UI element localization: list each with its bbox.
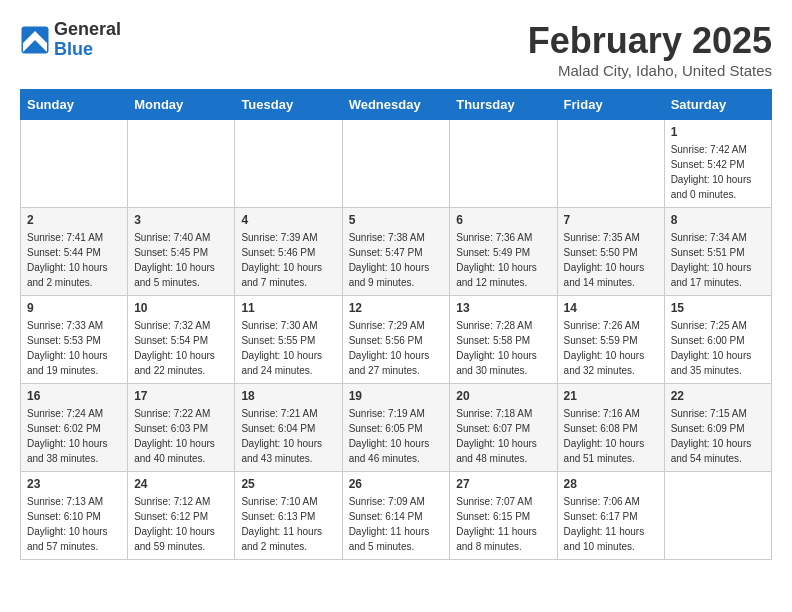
day-number: 4 [241,213,335,227]
calendar-week-row: 1Sunrise: 7:42 AM Sunset: 5:42 PM Daylig… [21,120,772,208]
logo: General Blue [20,20,121,60]
day-info: Sunrise: 7:39 AM Sunset: 5:46 PM Dayligh… [241,230,335,290]
calendar-header-row: SundayMondayTuesdayWednesdayThursdayFrid… [21,90,772,120]
day-number: 28 [564,477,658,491]
calendar-day-cell: 18Sunrise: 7:21 AM Sunset: 6:04 PM Dayli… [235,384,342,472]
day-info: Sunrise: 7:15 AM Sunset: 6:09 PM Dayligh… [671,406,765,466]
calendar-day-cell: 9Sunrise: 7:33 AM Sunset: 5:53 PM Daylig… [21,296,128,384]
logo-general: General [54,20,121,40]
day-info: Sunrise: 7:41 AM Sunset: 5:44 PM Dayligh… [27,230,121,290]
calendar-week-row: 16Sunrise: 7:24 AM Sunset: 6:02 PM Dayli… [21,384,772,472]
calendar-day-cell: 21Sunrise: 7:16 AM Sunset: 6:08 PM Dayli… [557,384,664,472]
day-number: 3 [134,213,228,227]
calendar-day-cell: 24Sunrise: 7:12 AM Sunset: 6:12 PM Dayli… [128,472,235,560]
day-number: 16 [27,389,121,403]
calendar-day-cell [128,120,235,208]
day-number: 18 [241,389,335,403]
day-info: Sunrise: 7:10 AM Sunset: 6:13 PM Dayligh… [241,494,335,554]
day-info: Sunrise: 7:25 AM Sunset: 6:00 PM Dayligh… [671,318,765,378]
calendar-day-cell [235,120,342,208]
day-number: 12 [349,301,444,315]
calendar-day-cell: 12Sunrise: 7:29 AM Sunset: 5:56 PM Dayli… [342,296,450,384]
day-number: 17 [134,389,228,403]
day-info: Sunrise: 7:36 AM Sunset: 5:49 PM Dayligh… [456,230,550,290]
calendar-day-cell [342,120,450,208]
day-info: Sunrise: 7:38 AM Sunset: 5:47 PM Dayligh… [349,230,444,290]
day-number: 25 [241,477,335,491]
day-info: Sunrise: 7:24 AM Sunset: 6:02 PM Dayligh… [27,406,121,466]
day-info: Sunrise: 7:42 AM Sunset: 5:42 PM Dayligh… [671,142,765,202]
weekday-header-wednesday: Wednesday [342,90,450,120]
day-info: Sunrise: 7:34 AM Sunset: 5:51 PM Dayligh… [671,230,765,290]
calendar-day-cell: 10Sunrise: 7:32 AM Sunset: 5:54 PM Dayli… [128,296,235,384]
page-header: General Blue February 2025 Malad City, I… [20,20,772,79]
calendar-day-cell: 23Sunrise: 7:13 AM Sunset: 6:10 PM Dayli… [21,472,128,560]
calendar-day-cell: 11Sunrise: 7:30 AM Sunset: 5:55 PM Dayli… [235,296,342,384]
day-info: Sunrise: 7:30 AM Sunset: 5:55 PM Dayligh… [241,318,335,378]
day-number: 2 [27,213,121,227]
weekday-header-friday: Friday [557,90,664,120]
day-number: 5 [349,213,444,227]
calendar-day-cell: 15Sunrise: 7:25 AM Sunset: 6:00 PM Dayli… [664,296,771,384]
day-number: 1 [671,125,765,139]
day-info: Sunrise: 7:26 AM Sunset: 5:59 PM Dayligh… [564,318,658,378]
day-info: Sunrise: 7:09 AM Sunset: 6:14 PM Dayligh… [349,494,444,554]
month-title: February 2025 [528,20,772,62]
day-info: Sunrise: 7:07 AM Sunset: 6:15 PM Dayligh… [456,494,550,554]
weekday-header-monday: Monday [128,90,235,120]
calendar-day-cell: 6Sunrise: 7:36 AM Sunset: 5:49 PM Daylig… [450,208,557,296]
calendar-table: SundayMondayTuesdayWednesdayThursdayFrid… [20,89,772,560]
day-number: 20 [456,389,550,403]
day-info: Sunrise: 7:29 AM Sunset: 5:56 PM Dayligh… [349,318,444,378]
calendar-day-cell: 27Sunrise: 7:07 AM Sunset: 6:15 PM Dayli… [450,472,557,560]
calendar-day-cell [557,120,664,208]
day-number: 14 [564,301,658,315]
day-number: 22 [671,389,765,403]
day-number: 8 [671,213,765,227]
day-info: Sunrise: 7:40 AM Sunset: 5:45 PM Dayligh… [134,230,228,290]
weekday-header-saturday: Saturday [664,90,771,120]
calendar-day-cell: 13Sunrise: 7:28 AM Sunset: 5:58 PM Dayli… [450,296,557,384]
calendar-day-cell [450,120,557,208]
day-info: Sunrise: 7:28 AM Sunset: 5:58 PM Dayligh… [456,318,550,378]
day-number: 24 [134,477,228,491]
day-info: Sunrise: 7:13 AM Sunset: 6:10 PM Dayligh… [27,494,121,554]
day-number: 13 [456,301,550,315]
day-info: Sunrise: 7:22 AM Sunset: 6:03 PM Dayligh… [134,406,228,466]
title-block: February 2025 Malad City, Idaho, United … [528,20,772,79]
day-info: Sunrise: 7:35 AM Sunset: 5:50 PM Dayligh… [564,230,658,290]
weekday-header-tuesday: Tuesday [235,90,342,120]
calendar-day-cell: 19Sunrise: 7:19 AM Sunset: 6:05 PM Dayli… [342,384,450,472]
calendar-day-cell [21,120,128,208]
location: Malad City, Idaho, United States [528,62,772,79]
day-number: 15 [671,301,765,315]
calendar-week-row: 2Sunrise: 7:41 AM Sunset: 5:44 PM Daylig… [21,208,772,296]
calendar-day-cell: 26Sunrise: 7:09 AM Sunset: 6:14 PM Dayli… [342,472,450,560]
day-number: 7 [564,213,658,227]
day-number: 19 [349,389,444,403]
day-number: 11 [241,301,335,315]
day-info: Sunrise: 7:12 AM Sunset: 6:12 PM Dayligh… [134,494,228,554]
calendar-day-cell [664,472,771,560]
day-number: 27 [456,477,550,491]
logo-icon [20,25,50,55]
calendar-day-cell: 5Sunrise: 7:38 AM Sunset: 5:47 PM Daylig… [342,208,450,296]
day-info: Sunrise: 7:33 AM Sunset: 5:53 PM Dayligh… [27,318,121,378]
calendar-day-cell: 3Sunrise: 7:40 AM Sunset: 5:45 PM Daylig… [128,208,235,296]
calendar-day-cell: 25Sunrise: 7:10 AM Sunset: 6:13 PM Dayli… [235,472,342,560]
calendar-day-cell: 16Sunrise: 7:24 AM Sunset: 6:02 PM Dayli… [21,384,128,472]
logo-text: General Blue [54,20,121,60]
calendar-week-row: 9Sunrise: 7:33 AM Sunset: 5:53 PM Daylig… [21,296,772,384]
day-info: Sunrise: 7:18 AM Sunset: 6:07 PM Dayligh… [456,406,550,466]
day-number: 23 [27,477,121,491]
day-info: Sunrise: 7:16 AM Sunset: 6:08 PM Dayligh… [564,406,658,466]
day-number: 9 [27,301,121,315]
calendar-day-cell: 8Sunrise: 7:34 AM Sunset: 5:51 PM Daylig… [664,208,771,296]
calendar-day-cell: 2Sunrise: 7:41 AM Sunset: 5:44 PM Daylig… [21,208,128,296]
weekday-header-thursday: Thursday [450,90,557,120]
calendar-day-cell: 28Sunrise: 7:06 AM Sunset: 6:17 PM Dayli… [557,472,664,560]
day-number: 21 [564,389,658,403]
calendar-day-cell: 1Sunrise: 7:42 AM Sunset: 5:42 PM Daylig… [664,120,771,208]
day-number: 6 [456,213,550,227]
day-info: Sunrise: 7:19 AM Sunset: 6:05 PM Dayligh… [349,406,444,466]
